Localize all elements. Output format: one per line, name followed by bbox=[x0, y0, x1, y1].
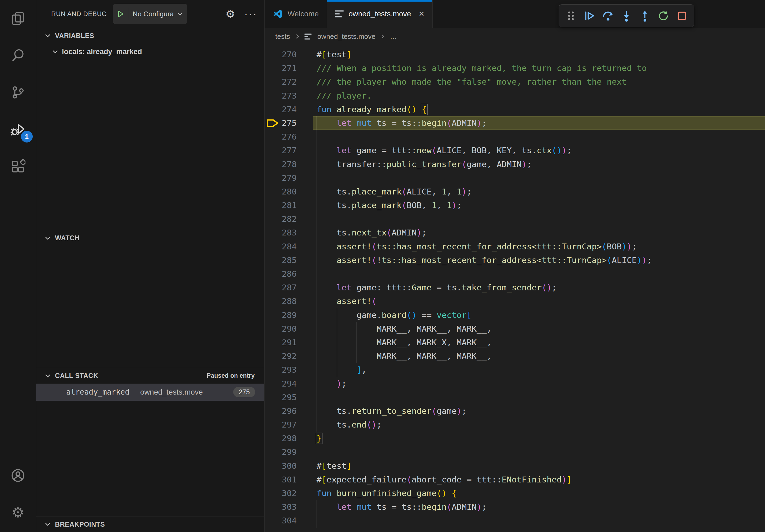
variables-section: VARIABLES locals: already_marked bbox=[36, 28, 264, 230]
variables-section-header[interactable]: VARIABLES bbox=[36, 28, 264, 43]
step-over-button[interactable] bbox=[600, 7, 616, 24]
code-line[interactable]: 304 bbox=[265, 514, 765, 527]
move-file-icon bbox=[335, 10, 344, 18]
chevron-down-icon bbox=[44, 372, 51, 379]
code-line[interactable]: 287 let game: ttt::Game = ts.take_from_s… bbox=[265, 281, 765, 294]
code-line-content: #[test] bbox=[317, 48, 765, 61]
code-line[interactable]: 291 MARK__, MARK_X, MARK__, bbox=[265, 336, 765, 349]
code-line-content: MARK__, MARK_X, MARK__, bbox=[317, 336, 765, 349]
call-stack-section-header[interactable]: CALL STACK Paused on entry bbox=[36, 368, 264, 384]
search-icon[interactable] bbox=[0, 37, 36, 74]
code-line[interactable]: 298} bbox=[265, 431, 765, 445]
code-line[interactable]: 300#[test] bbox=[265, 459, 765, 473]
settings-gear-icon[interactable]: ⚙ bbox=[0, 494, 36, 531]
code-line[interactable]: 277 let game = ttt::new(ALICE, BOB, KEY,… bbox=[265, 143, 765, 157]
watch-section-header[interactable]: WATCH bbox=[36, 230, 264, 246]
code-line[interactable]: 276 bbox=[265, 130, 765, 143]
source-control-icon[interactable] bbox=[0, 74, 36, 111]
chevron-right-icon bbox=[380, 34, 386, 39]
close-tab-icon[interactable]: ✕ bbox=[419, 10, 424, 18]
line-number: 282 bbox=[265, 212, 317, 226]
code-line[interactable]: 296 ts.return_to_sender(game); bbox=[265, 404, 765, 418]
line-number: 274 bbox=[265, 103, 317, 116]
breadcrumb-item-file[interactable]: owned_tests.move bbox=[318, 32, 376, 41]
code-line[interactable]: 280 ts.place_mark(ALICE, 1, 1); bbox=[265, 185, 765, 198]
code-line[interactable]: 295 bbox=[265, 391, 765, 404]
drag-grip-icon[interactable] bbox=[563, 7, 579, 24]
line-number: 295 bbox=[265, 391, 317, 404]
indent-guide bbox=[337, 336, 337, 349]
indent-guide bbox=[317, 349, 317, 363]
step-into-button[interactable] bbox=[618, 7, 635, 24]
activity-bar-bottom: ⚙ bbox=[0, 457, 36, 531]
code-line[interactable]: 271/// When a position is already marked… bbox=[265, 61, 765, 75]
breadcrumb-item-tests[interactable]: tests bbox=[275, 32, 290, 41]
code-line[interactable]: 278 transfer::public_transfer(game, ADMI… bbox=[265, 157, 765, 171]
code-line[interactable]: 290 MARK__, MARK__, MARK__, bbox=[265, 322, 765, 336]
code-line[interactable]: 283 ts.next_tx(ADMIN); bbox=[265, 226, 765, 239]
code-line[interactable]: 285 assert!(!ts::has_most_recent_for_add… bbox=[265, 253, 765, 267]
code-line[interactable]: 292 MARK__, MARK__, MARK__, bbox=[265, 349, 765, 363]
tab-owned-tests-move[interactable]: owned_tests.move ✕ bbox=[327, 0, 432, 28]
line-number: 296 bbox=[265, 404, 317, 418]
code-line[interactable]: 272/// the player who made the "false" m… bbox=[265, 75, 765, 89]
indent-guide bbox=[317, 198, 317, 212]
step-out-button[interactable] bbox=[637, 7, 653, 24]
explorer-icon[interactable] bbox=[0, 0, 36, 37]
restart-button[interactable] bbox=[655, 7, 672, 24]
code-line[interactable]: 273/// player. bbox=[265, 89, 765, 103]
indent-guide bbox=[317, 240, 317, 253]
account-icon[interactable] bbox=[0, 457, 36, 494]
code-line[interactable]: 289 game.board() == vector[ bbox=[265, 308, 765, 322]
run-and-debug-sidebar: RUN AND DEBUG No Configura ⚙ ··· VARIABL… bbox=[36, 0, 264, 532]
more-actions-icon[interactable]: ··· bbox=[244, 12, 257, 16]
gear-icon[interactable]: ⚙ bbox=[226, 9, 235, 19]
code-line-content bbox=[317, 212, 765, 226]
code-editor[interactable]: 270#[test]271/// When a position is alre… bbox=[265, 45, 765, 532]
run-and-debug-icon[interactable]: 1 bbox=[0, 111, 36, 148]
debug-configuration-dropdown[interactable]: No Configura bbox=[113, 4, 187, 24]
code-line-content: fun burn_unfinished_game() { bbox=[317, 486, 765, 500]
code-line[interactable]: 282 bbox=[265, 212, 765, 226]
code-line[interactable]: 270#[test] bbox=[265, 48, 765, 61]
vscode-window: 1 ⚙ RUN AND DEBUG No Configura ⚙ bbox=[0, 0, 765, 532]
breakpoints-section-header[interactable]: BREAKPOINTS bbox=[36, 516, 264, 532]
code-line[interactable]: 294 ); bbox=[265, 377, 765, 391]
code-line[interactable]: 281 ts.place_mark(BOB, 1, 1); bbox=[265, 198, 765, 212]
indent-guide bbox=[317, 322, 317, 336]
code-line[interactable]: 279 bbox=[265, 171, 765, 185]
code-line[interactable]: 274fun already_marked() { bbox=[265, 103, 765, 116]
start-debug-icon[interactable] bbox=[116, 9, 125, 19]
code-line[interactable]: 302fun burn_unfinished_game() { bbox=[265, 486, 765, 500]
code-line-content: ts.return_to_sender(game); bbox=[317, 404, 765, 418]
continue-button[interactable] bbox=[581, 7, 598, 24]
indent-guide bbox=[317, 281, 317, 294]
code-line[interactable]: 284 assert!(ts::has_most_recent_for_addr… bbox=[265, 240, 765, 253]
code-line[interactable]: 301#[expected_failure(abort_code = ttt::… bbox=[265, 473, 765, 486]
extensions-icon[interactable] bbox=[0, 148, 36, 185]
line-number: 303 bbox=[265, 500, 317, 514]
code-line-content: let game: ttt::Game = ts.take_from_sende… bbox=[317, 281, 765, 294]
indent-guide bbox=[317, 308, 317, 322]
stop-button[interactable] bbox=[674, 7, 690, 24]
code-line[interactable]: 286 bbox=[265, 267, 765, 281]
indent-guide bbox=[317, 363, 317, 377]
tab-welcome[interactable]: Welcome bbox=[265, 0, 327, 28]
indent-guide bbox=[317, 157, 317, 171]
line-number: 291 bbox=[265, 336, 317, 349]
line-number: 277 bbox=[265, 143, 317, 157]
code-line[interactable]: 288 assert!( bbox=[265, 294, 765, 308]
indent-guide bbox=[317, 404, 317, 418]
code-line[interactable]: 299 bbox=[265, 445, 765, 459]
call-stack-frame[interactable]: already_marked owned_tests.move 275 bbox=[36, 384, 264, 401]
vscode-logo-icon bbox=[273, 9, 283, 19]
debug-badge: 1 bbox=[21, 131, 33, 142]
variables-scope-locals[interactable]: locals: already_marked bbox=[36, 43, 264, 60]
code-line[interactable]: 293 ], bbox=[265, 363, 765, 377]
code-line[interactable]: 297 ts.end(); bbox=[265, 418, 765, 431]
code-line-current[interactable]: 275 let mut ts = ts::begin(ADMIN); bbox=[265, 116, 765, 130]
code-line[interactable]: 303 let mut ts = ts::begin(ADMIN); bbox=[265, 500, 765, 514]
code-line-content: game.board() == vector[ bbox=[317, 308, 765, 322]
code-line-content bbox=[317, 514, 765, 527]
breadcrumb-item-symbol[interactable]: … bbox=[390, 32, 397, 41]
